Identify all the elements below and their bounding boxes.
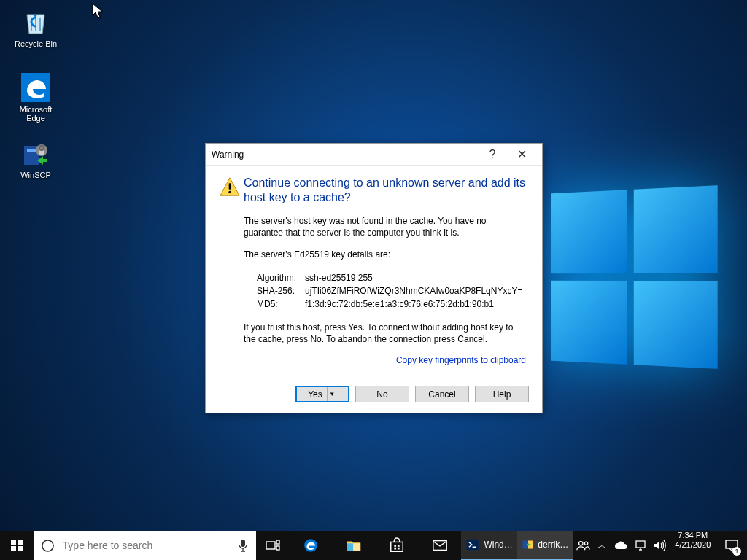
tray-volume-icon[interactable] — [654, 540, 666, 551]
yes-button[interactable]: Yes ▼ — [295, 386, 349, 402]
desktop-icon-recycle-bin[interactable]: Recycle Bin — [10, 7, 61, 48]
svg-rect-6 — [229, 183, 231, 189]
clock-date: 4/21/2020 — [675, 540, 711, 550]
desktop-icon-winscp[interactable]: WinSCP — [10, 139, 61, 179]
svg-rect-10 — [11, 546, 16, 551]
taskbar: Type here to search Wind… derrik… ︿ 7:34… — [0, 531, 747, 560]
desktop-icon-edge[interactable]: Microsoft Edge — [10, 73, 61, 122]
taskbar-app-edge[interactable] — [290, 531, 333, 560]
svg-point-29 — [579, 542, 583, 545]
svg-rect-31 — [636, 541, 645, 548]
dialog-heading: Continue connecting to an unknown server… — [244, 176, 526, 205]
taskbar-clock[interactable]: 7:34 PM 4/21/2020 — [669, 531, 716, 560]
taskbar-app-winscp[interactable]: derrik… — [517, 531, 573, 560]
svg-rect-13 — [241, 540, 245, 547]
tray-chevron-up-icon[interactable]: ︿ — [597, 539, 607, 552]
chevron-down-icon[interactable]: ▼ — [327, 387, 337, 401]
svg-rect-8 — [11, 540, 16, 545]
dialog-text: The server's Ed25519 key details are: — [244, 249, 526, 260]
svg-rect-23 — [394, 548, 396, 550]
start-button[interactable] — [0, 531, 34, 560]
desktop-icon-label: Recycle Bin — [15, 39, 57, 48]
dialog-text: If you trust this host, press Yes. To co… — [244, 322, 526, 345]
tray-onedrive-icon[interactable] — [614, 541, 627, 550]
help-button[interactable]: Help — [475, 386, 529, 402]
cortana-icon — [34, 539, 63, 553]
tray-people-icon[interactable] — [576, 540, 590, 551]
svg-point-30 — [585, 542, 588, 545]
dialog-titlebar[interactable]: Warning ? ✕ — [206, 144, 542, 166]
action-center-button[interactable]: 1 — [716, 531, 747, 560]
task-view-button[interactable] — [256, 531, 290, 560]
desktop-icon-label: WinSCP — [20, 171, 51, 179]
search-input[interactable]: Type here to search — [34, 531, 257, 560]
taskbar-app-label: Wind… — [484, 540, 512, 550]
dialog-help-button[interactable]: ? — [478, 144, 507, 166]
taskbar-app-explorer[interactable] — [333, 531, 376, 560]
taskbar-app-store[interactable] — [376, 531, 419, 560]
taskbar-app-powershell[interactable]: Wind… — [461, 531, 517, 560]
svg-rect-16 — [276, 546, 279, 550]
svg-rect-2 — [27, 149, 36, 152]
winscp-icon — [21, 139, 50, 168]
taskbar-app-label: derrik… — [538, 540, 568, 550]
svg-rect-20 — [391, 542, 403, 551]
recycle-bin-icon — [21, 7, 50, 36]
svg-rect-9 — [18, 540, 23, 545]
svg-rect-22 — [398, 545, 400, 547]
clock-time: 7:34 PM — [675, 531, 711, 540]
desktop-icon-label: Microsoft Edge — [20, 105, 53, 122]
svg-rect-25 — [433, 541, 446, 551]
edge-icon — [21, 73, 50, 102]
svg-rect-24 — [398, 548, 400, 550]
search-placeholder: Type here to search — [63, 540, 231, 551]
svg-rect-19 — [347, 543, 353, 551]
dialog-title: Warning — [212, 144, 244, 166]
dialog-text: The server's host key was not found in t… — [244, 215, 526, 238]
key-details: Algorithm:ssh-ed25519 255 SHA-256:ujTIi0… — [244, 271, 524, 311]
svg-rect-15 — [276, 540, 279, 544]
desktop[interactable]: Recycle Bin Microsoft Edge WinSCP Warnin… — [0, 0, 747, 560]
tray-network-icon[interactable] — [635, 540, 646, 551]
svg-point-12 — [42, 540, 53, 551]
notification-badge: 1 — [732, 547, 741, 556]
svg-rect-21 — [394, 545, 396, 547]
warning-icon — [219, 176, 244, 368]
svg-rect-11 — [18, 546, 23, 551]
system-tray: ︿ — [573, 531, 669, 560]
windows-logo-wallpaper — [551, 185, 718, 369]
no-button[interactable]: No — [355, 386, 409, 402]
cancel-button[interactable]: Cancel — [415, 386, 469, 402]
svg-point-7 — [228, 191, 231, 193]
taskbar-app-mail[interactable] — [418, 531, 461, 560]
warning-dialog: Warning ? ✕ Continue connecting to an un… — [205, 143, 543, 413]
mic-icon[interactable] — [230, 539, 256, 552]
close-icon[interactable]: ✕ — [507, 144, 536, 166]
mouse-cursor — [92, 3, 104, 20]
svg-rect-14 — [266, 542, 275, 549]
copy-fingerprints-link[interactable]: Copy key fingerprints to clipboard — [244, 355, 526, 365]
